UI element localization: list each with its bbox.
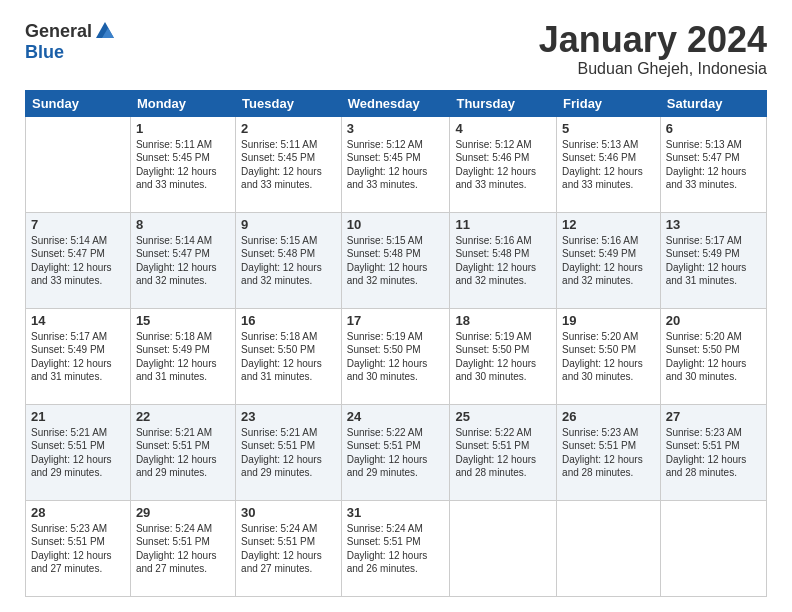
day-info: Sunrise: 5:13 AM Sunset: 5:47 PM Dayligh…	[666, 138, 761, 192]
day-info: Sunrise: 5:11 AM Sunset: 5:45 PM Dayligh…	[136, 138, 230, 192]
table-row: 30Sunrise: 5:24 AM Sunset: 5:51 PM Dayli…	[236, 500, 342, 596]
table-row: 2Sunrise: 5:11 AM Sunset: 5:45 PM Daylig…	[236, 116, 342, 212]
day-number: 14	[31, 313, 125, 328]
day-number: 25	[455, 409, 551, 424]
day-info: Sunrise: 5:22 AM Sunset: 5:51 PM Dayligh…	[455, 426, 551, 480]
table-row: 27Sunrise: 5:23 AM Sunset: 5:51 PM Dayli…	[660, 404, 766, 500]
day-info: Sunrise: 5:12 AM Sunset: 5:45 PM Dayligh…	[347, 138, 445, 192]
day-number: 22	[136, 409, 230, 424]
table-row	[26, 116, 131, 212]
day-number: 9	[241, 217, 336, 232]
col-wednesday: Wednesday	[341, 90, 450, 116]
table-row: 9Sunrise: 5:15 AM Sunset: 5:48 PM Daylig…	[236, 212, 342, 308]
table-row: 7Sunrise: 5:14 AM Sunset: 5:47 PM Daylig…	[26, 212, 131, 308]
day-info: Sunrise: 5:18 AM Sunset: 5:50 PM Dayligh…	[241, 330, 336, 384]
table-row: 20Sunrise: 5:20 AM Sunset: 5:50 PM Dayli…	[660, 308, 766, 404]
logo-blue-text: Blue	[25, 42, 64, 63]
day-info: Sunrise: 5:23 AM Sunset: 5:51 PM Dayligh…	[31, 522, 125, 576]
day-number: 26	[562, 409, 655, 424]
header-row: Sunday Monday Tuesday Wednesday Thursday…	[26, 90, 767, 116]
table-row	[660, 500, 766, 596]
day-number: 19	[562, 313, 655, 328]
table-row: 1Sunrise: 5:11 AM Sunset: 5:45 PM Daylig…	[130, 116, 235, 212]
day-info: Sunrise: 5:15 AM Sunset: 5:48 PM Dayligh…	[347, 234, 445, 288]
day-info: Sunrise: 5:21 AM Sunset: 5:51 PM Dayligh…	[136, 426, 230, 480]
day-number: 27	[666, 409, 761, 424]
table-row: 15Sunrise: 5:18 AM Sunset: 5:49 PM Dayli…	[130, 308, 235, 404]
day-number: 1	[136, 121, 230, 136]
logo-general-text: General	[25, 21, 92, 42]
day-info: Sunrise: 5:24 AM Sunset: 5:51 PM Dayligh…	[241, 522, 336, 576]
table-row: 22Sunrise: 5:21 AM Sunset: 5:51 PM Dayli…	[130, 404, 235, 500]
day-number: 18	[455, 313, 551, 328]
col-sunday: Sunday	[26, 90, 131, 116]
logo: General Blue	[25, 20, 116, 63]
col-thursday: Thursday	[450, 90, 557, 116]
table-row: 29Sunrise: 5:24 AM Sunset: 5:51 PM Dayli…	[130, 500, 235, 596]
table-row: 3Sunrise: 5:12 AM Sunset: 5:45 PM Daylig…	[341, 116, 450, 212]
day-number: 7	[31, 217, 125, 232]
day-number: 31	[347, 505, 445, 520]
day-number: 8	[136, 217, 230, 232]
day-number: 10	[347, 217, 445, 232]
header: General Blue January 2024 Buduan Ghejeh,…	[25, 20, 767, 78]
day-number: 20	[666, 313, 761, 328]
table-row: 4Sunrise: 5:12 AM Sunset: 5:46 PM Daylig…	[450, 116, 557, 212]
day-info: Sunrise: 5:18 AM Sunset: 5:49 PM Dayligh…	[136, 330, 230, 384]
day-info: Sunrise: 5:12 AM Sunset: 5:46 PM Dayligh…	[455, 138, 551, 192]
day-info: Sunrise: 5:24 AM Sunset: 5:51 PM Dayligh…	[136, 522, 230, 576]
table-row: 19Sunrise: 5:20 AM Sunset: 5:50 PM Dayli…	[557, 308, 661, 404]
table-row: 23Sunrise: 5:21 AM Sunset: 5:51 PM Dayli…	[236, 404, 342, 500]
table-row	[557, 500, 661, 596]
table-row: 18Sunrise: 5:19 AM Sunset: 5:50 PM Dayli…	[450, 308, 557, 404]
table-row: 17Sunrise: 5:19 AM Sunset: 5:50 PM Dayli…	[341, 308, 450, 404]
table-row: 8Sunrise: 5:14 AM Sunset: 5:47 PM Daylig…	[130, 212, 235, 308]
col-friday: Friday	[557, 90, 661, 116]
col-monday: Monday	[130, 90, 235, 116]
day-info: Sunrise: 5:14 AM Sunset: 5:47 PM Dayligh…	[31, 234, 125, 288]
subtitle: Buduan Ghejeh, Indonesia	[539, 60, 767, 78]
day-number: 11	[455, 217, 551, 232]
table-row: 11Sunrise: 5:16 AM Sunset: 5:48 PM Dayli…	[450, 212, 557, 308]
logo-icon	[94, 20, 116, 42]
table-row: 16Sunrise: 5:18 AM Sunset: 5:50 PM Dayli…	[236, 308, 342, 404]
day-number: 2	[241, 121, 336, 136]
table-row: 24Sunrise: 5:22 AM Sunset: 5:51 PM Dayli…	[341, 404, 450, 500]
table-row	[450, 500, 557, 596]
day-info: Sunrise: 5:21 AM Sunset: 5:51 PM Dayligh…	[241, 426, 336, 480]
day-number: 28	[31, 505, 125, 520]
page: General Blue January 2024 Buduan Ghejeh,…	[0, 0, 792, 612]
table-row: 10Sunrise: 5:15 AM Sunset: 5:48 PM Dayli…	[341, 212, 450, 308]
day-number: 23	[241, 409, 336, 424]
day-info: Sunrise: 5:20 AM Sunset: 5:50 PM Dayligh…	[666, 330, 761, 384]
table-row: 31Sunrise: 5:24 AM Sunset: 5:51 PM Dayli…	[341, 500, 450, 596]
day-info: Sunrise: 5:23 AM Sunset: 5:51 PM Dayligh…	[666, 426, 761, 480]
title-area: January 2024 Buduan Ghejeh, Indonesia	[539, 20, 767, 78]
day-info: Sunrise: 5:23 AM Sunset: 5:51 PM Dayligh…	[562, 426, 655, 480]
day-number: 21	[31, 409, 125, 424]
table-row: 28Sunrise: 5:23 AM Sunset: 5:51 PM Dayli…	[26, 500, 131, 596]
day-number: 6	[666, 121, 761, 136]
day-info: Sunrise: 5:14 AM Sunset: 5:47 PM Dayligh…	[136, 234, 230, 288]
day-number: 30	[241, 505, 336, 520]
day-info: Sunrise: 5:22 AM Sunset: 5:51 PM Dayligh…	[347, 426, 445, 480]
day-info: Sunrise: 5:11 AM Sunset: 5:45 PM Dayligh…	[241, 138, 336, 192]
day-info: Sunrise: 5:15 AM Sunset: 5:48 PM Dayligh…	[241, 234, 336, 288]
col-saturday: Saturday	[660, 90, 766, 116]
table-row: 6Sunrise: 5:13 AM Sunset: 5:47 PM Daylig…	[660, 116, 766, 212]
table-row: 12Sunrise: 5:16 AM Sunset: 5:49 PM Dayli…	[557, 212, 661, 308]
table-row: 13Sunrise: 5:17 AM Sunset: 5:49 PM Dayli…	[660, 212, 766, 308]
calendar-table: Sunday Monday Tuesday Wednesday Thursday…	[25, 90, 767, 597]
day-info: Sunrise: 5:16 AM Sunset: 5:49 PM Dayligh…	[562, 234, 655, 288]
col-tuesday: Tuesday	[236, 90, 342, 116]
day-info: Sunrise: 5:24 AM Sunset: 5:51 PM Dayligh…	[347, 522, 445, 576]
day-info: Sunrise: 5:20 AM Sunset: 5:50 PM Dayligh…	[562, 330, 655, 384]
day-info: Sunrise: 5:17 AM Sunset: 5:49 PM Dayligh…	[31, 330, 125, 384]
day-info: Sunrise: 5:13 AM Sunset: 5:46 PM Dayligh…	[562, 138, 655, 192]
day-info: Sunrise: 5:19 AM Sunset: 5:50 PM Dayligh…	[347, 330, 445, 384]
day-number: 3	[347, 121, 445, 136]
day-number: 13	[666, 217, 761, 232]
day-number: 15	[136, 313, 230, 328]
day-number: 5	[562, 121, 655, 136]
day-info: Sunrise: 5:16 AM Sunset: 5:48 PM Dayligh…	[455, 234, 551, 288]
